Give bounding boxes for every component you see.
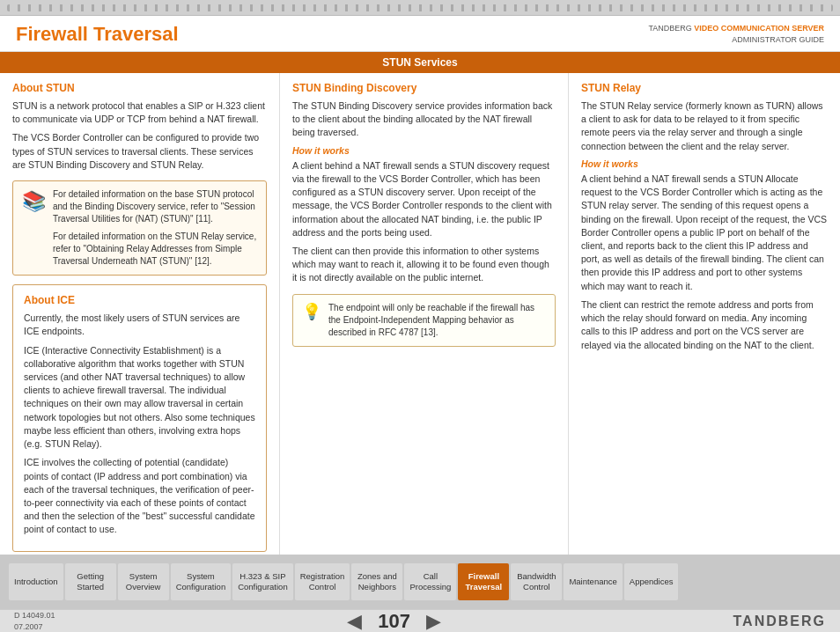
top-strip — [0, 0, 840, 16]
stun-relay-heading: STUN Relay — [581, 82, 828, 94]
footer: D 14049.01 07.2007 ◀ 107 ▶ TANDBERG — [0, 609, 840, 632]
nav-registration[interactable]: RegistrationControl — [295, 563, 350, 600]
footer-doc-info: D 14049.01 07.2007 — [14, 610, 55, 632]
main-content: About STUN STUN is a network protocol th… — [0, 73, 840, 555]
nav-system-overview[interactable]: SystemOverview — [118, 563, 169, 600]
nav-firewall-traversal[interactable]: FirewallTraversal — [458, 563, 509, 600]
lightbulb-icon: 💡 — [302, 302, 321, 321]
nav-maintenance[interactable]: Maintenance — [564, 563, 622, 600]
info-box-text2: For detailed information on the STUN Rel… — [53, 231, 257, 268]
right-column: STUN Relay The STUN Relay service (forme… — [569, 73, 840, 555]
tip-box: 💡 The endpoint will only be reachable if… — [292, 294, 556, 347]
nav-call-processing[interactable]: CallProcessing — [404, 563, 456, 600]
left-column: About STUN STUN is a network protocol th… — [0, 73, 280, 555]
stun-relay-p2: A client behind a NAT firewall sends a S… — [581, 173, 828, 293]
nav-bandwidth-control[interactable]: BandwidthControl — [511, 563, 562, 600]
stun-relay-how-it-works: How it works — [581, 158, 828, 169]
tip-text-content: The endpoint will only be reachable if t… — [328, 302, 546, 339]
brand-label: TANDBERG — [648, 24, 691, 33]
about-ice-heading: About ICE — [24, 294, 255, 306]
about-ice-p2: ICE (Interactive Connectivity Establishm… — [24, 344, 255, 452]
book-icon: 📚 — [22, 190, 46, 213]
footer-brand: TANDBERG — [733, 614, 826, 629]
page-number: 107 — [378, 610, 410, 633]
top-dots — [7, 4, 833, 11]
doc-date: 07.2007 — [14, 622, 43, 631]
nav-getting-started[interactable]: GettingStarted — [65, 563, 116, 600]
info-box-text1: For detailed information on the base STU… — [53, 188, 257, 225]
content-columns: About STUN STUN is a network protocol th… — [0, 73, 840, 555]
stun-info-box: 📚 For detailed information on the base S… — [12, 180, 267, 276]
how-it-works-label: How it works — [292, 145, 556, 156]
nav-appendices[interactable]: Appendices — [624, 563, 679, 600]
about-stun-p2: The VCS Border Controller can be configu… — [12, 131, 267, 172]
stun-binding-p1: The STUN Binding Discovery service provi… — [292, 99, 556, 140]
nav-introduction[interactable]: Introduction — [9, 563, 63, 600]
stun-relay-p1: The STUN Relay service (formerly known a… — [581, 99, 828, 153]
nav-items: Introduction GettingStarted SystemOvervi… — [9, 563, 831, 600]
prev-arrow[interactable]: ◀ — [347, 610, 362, 633]
page-title: Firewall Traversal — [16, 23, 179, 46]
stun-binding-heading: STUN Binding Discovery — [292, 82, 556, 94]
about-stun-heading: About STUN — [12, 82, 267, 94]
brand-highlight: VIDEO COMMUNICATION SERVER — [694, 24, 824, 33]
about-stun-p1: STUN is a network protocol that enables … — [12, 99, 267, 126]
bottom-nav: Introduction GettingStarted SystemOvervi… — [0, 555, 840, 609]
section-bar: STUN Services — [0, 52, 840, 73]
next-arrow[interactable]: ▶ — [426, 610, 441, 633]
nav-zones-neighbors[interactable]: Zones andNeighbors — [351, 563, 402, 600]
admin-guide-label: ADMINISTRATOR GUIDE — [732, 35, 824, 44]
stun-relay-p3: The client can restrict the remote addre… — [581, 298, 828, 352]
about-ice-p3: ICE involves the collecting of potential… — [24, 456, 255, 536]
stun-binding-p2: A client behind a NAT firewall sends a S… — [292, 159, 556, 239]
about-ice-box: About ICE Currently, the most likely use… — [12, 284, 267, 552]
header: Firewall Traversal TANDBERG VIDEO COMMUN… — [0, 16, 840, 52]
nav-system-configuration[interactable]: SystemConfiguration — [171, 563, 232, 600]
doc-id: D 14049.01 — [14, 611, 55, 620]
about-ice-p1: Currently, the most likely users of STUN… — [24, 312, 255, 338]
page-nav: ◀ 107 ▶ — [55, 610, 733, 633]
mid-column: STUN Binding Discovery The STUN Binding … — [280, 73, 569, 555]
header-brand: TANDBERG VIDEO COMMUNICATION SERVER ADMI… — [648, 23, 824, 45]
info-box-content: For detailed information on the base STU… — [53, 188, 257, 268]
stun-binding-p3: The client can then provide this informa… — [292, 245, 556, 285]
nav-h323-sip[interactable]: H.323 & SIPConfiguration — [232, 563, 293, 600]
